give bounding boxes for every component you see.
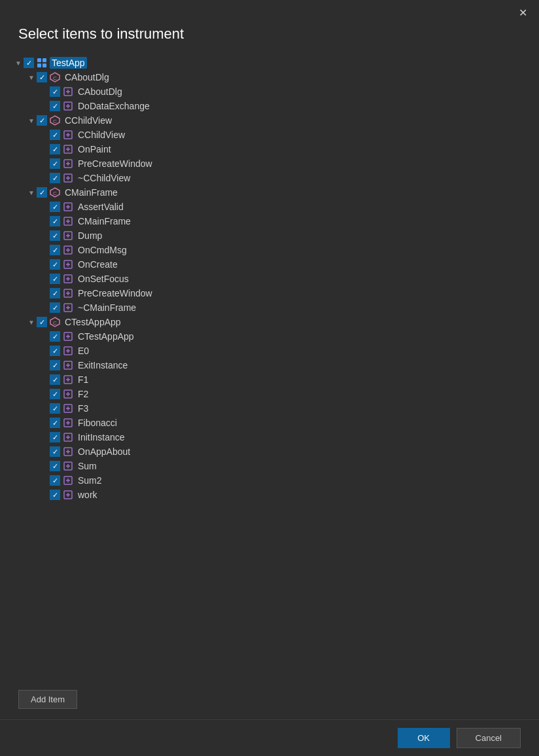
- tree-item-onsetfocus[interactable]: ▼ OnSetFocus: [13, 272, 538, 286]
- label-exitinstance: ExitInstance: [76, 359, 130, 371]
- label-precreatewindow-cmain: PreCreateWindow: [76, 287, 154, 299]
- tree-item-precreatewindow-cchild[interactable]: ▼ PreCreateWindow: [13, 156, 538, 171]
- label-onappabout: OnAppAbout: [76, 446, 132, 458]
- checkbox-e0[interactable]: [50, 346, 60, 356]
- checkbox-work[interactable]: [50, 490, 60, 500]
- tree-item-precreatewindow-cmain[interactable]: ▼ PreCreateWindow: [13, 286, 538, 300]
- tree-item-f3[interactable]: ▼ F3: [13, 401, 538, 416]
- tree-item-oncreate[interactable]: ▼ OnCreate: [13, 257, 538, 272]
- checkbox-onappabout[interactable]: [50, 446, 60, 457]
- checkbox-oncmdmsg[interactable]: [50, 245, 60, 255]
- svg-rect-0: [37, 58, 41, 62]
- checkbox-cchildview[interactable]: [37, 115, 47, 126]
- tree-item-dtor-cmainframe[interactable]: ▼ ~CMainFrame: [13, 300, 538, 315]
- label-dodataexchange: DoDataExchange: [76, 100, 152, 112]
- expander-caboutdlg[interactable]: ▼: [26, 74, 37, 81]
- tree-item-fibonacci[interactable]: ▼ Fibonacci: [13, 416, 538, 430]
- checkbox-precreatewindow-cmain[interactable]: [50, 288, 60, 298]
- checkbox-fibonacci[interactable]: [50, 418, 60, 428]
- tree-item-cchildview-ctor[interactable]: ▼ CChildView: [13, 128, 538, 142]
- method-icon-precreatewindow-cmain: [63, 288, 73, 298]
- checkbox-ctestappapp-ctor[interactable]: [50, 331, 60, 342]
- tree-item-dtor-cchildview[interactable]: ▼ ~CChildView: [13, 171, 538, 185]
- add-item-button[interactable]: Add Item: [18, 690, 77, 709]
- label-sum2: Sum2: [76, 475, 104, 486]
- label-precreatewindow-cchild: PreCreateWindow: [76, 158, 154, 170]
- method-icon-sum: [63, 461, 73, 471]
- class-icon-caboutdlg: C: [50, 72, 60, 82]
- label-cmainframe-ctor: CMainFrame: [76, 215, 133, 227]
- checkbox-onsetfocus[interactable]: [50, 274, 60, 284]
- checkbox-exitinstance[interactable]: [50, 360, 60, 370]
- tree-item-onpaint[interactable]: ▼ OnPaint: [13, 142, 538, 156]
- method-icon-dodataexchange: [63, 101, 73, 111]
- checkbox-dtor-cmainframe[interactable]: [50, 302, 60, 313]
- expander-ctestappapp[interactable]: ▼: [26, 319, 37, 326]
- checkbox-cchildview-ctor[interactable]: [50, 130, 60, 140]
- tree-item-cmainframe-ctor[interactable]: ▼ CMainFrame: [13, 214, 538, 228]
- checkbox-onpaint[interactable]: [50, 144, 60, 154]
- tree-item-e0[interactable]: ▼ E0: [13, 344, 538, 358]
- dialog-title: Select items to instrument: [0, 26, 539, 53]
- checkbox-ctestappapp[interactable]: [37, 317, 47, 327]
- tree-item-cchildview[interactable]: ▼ C CChildView: [13, 113, 538, 128]
- method-icon-f1: [63, 374, 73, 385]
- tree-item-exitinstance[interactable]: ▼ ExitInstance: [13, 358, 538, 372]
- tree-item-ctestappapp-ctor[interactable]: ▼ CTestAppApp: [13, 329, 538, 344]
- tree-item-dodataexchange[interactable]: ▼ DoDataExchange: [13, 99, 538, 113]
- checkbox-caboutdlg[interactable]: [37, 72, 47, 82]
- tree-item-sum2[interactable]: ▼ Sum2: [13, 473, 538, 488]
- svg-rect-3: [43, 63, 46, 67]
- tree-item-onappabout[interactable]: ▼ OnAppAbout: [13, 444, 538, 459]
- checkbox-initinstance[interactable]: [50, 432, 60, 442]
- checkbox-sum2[interactable]: [50, 475, 60, 486]
- label-dtor-cchildview: ~CChildView: [76, 172, 132, 184]
- checkbox-testapp[interactable]: [24, 58, 34, 68]
- checkbox-precreatewindow-cchild[interactable]: [50, 158, 60, 169]
- checkbox-f2[interactable]: [50, 389, 60, 399]
- tree-item-f2[interactable]: ▼ F2: [13, 387, 538, 401]
- tree-item-oncmdmsg[interactable]: ▼ OnCmdMsg: [13, 243, 538, 257]
- label-ctestappapp-ctor: CTestAppApp: [76, 331, 136, 342]
- checkbox-assertvalid[interactable]: [50, 202, 60, 212]
- checkbox-f3[interactable]: [50, 403, 60, 414]
- tree-item-dump[interactable]: ▼ Dump: [13, 228, 538, 243]
- add-item-area: Add Item: [0, 679, 539, 719]
- label-cchildview: CChildView: [63, 115, 114, 126]
- checkbox-cmainframe[interactable]: [37, 187, 47, 198]
- tree-item-initinstance[interactable]: ▼ InitInstance: [13, 430, 538, 444]
- expander-cmainframe[interactable]: ▼: [26, 189, 37, 196]
- tree-item-cmainframe[interactable]: ▼ C CMainFrame: [13, 185, 538, 200]
- tree-item-sum[interactable]: ▼ Sum: [13, 459, 538, 473]
- tree-item-caboutdlg-ctor[interactable]: ▼ CAboutDlg: [13, 84, 538, 99]
- checkbox-dodataexchange[interactable]: [50, 101, 60, 111]
- method-icon-fibonacci: [63, 418, 73, 428]
- method-icon-caboutdlg-ctor: [63, 86, 73, 97]
- checkbox-oncreate[interactable]: [50, 259, 60, 270]
- checkbox-cmainframe-ctor[interactable]: [50, 216, 60, 226]
- tree-item-assertvalid[interactable]: ▼ AssertValid: [13, 200, 538, 214]
- method-icon-oncmdmsg: [63, 245, 73, 255]
- close-button[interactable]: ✕: [515, 5, 531, 20]
- tree-container[interactable]: ▼ TestApp ▼ C CAboutDlg ▼ CAboutDlg: [0, 53, 538, 679]
- tree-item-f1[interactable]: ▼ F1: [13, 372, 538, 387]
- checkbox-dtor-cchildview[interactable]: [50, 173, 60, 183]
- ok-button[interactable]: OK: [398, 728, 450, 748]
- expander-cchildview[interactable]: ▼: [26, 117, 37, 124]
- tree-item-work[interactable]: ▼ work: [13, 488, 538, 502]
- method-icon-onsetfocus: [63, 274, 73, 284]
- checkbox-dump[interactable]: [50, 230, 60, 241]
- tree-item-caboutdlg[interactable]: ▼ C CAboutDlg: [13, 70, 538, 84]
- tree-item-ctestappapp[interactable]: ▼ C CTestAppApp: [13, 315, 538, 329]
- label-f2: F2: [76, 388, 90, 400]
- checkbox-f1[interactable]: [50, 374, 60, 385]
- label-fibonacci: Fibonacci: [76, 417, 119, 429]
- cancel-button[interactable]: Cancel: [457, 728, 521, 748]
- tree-item-testapp[interactable]: ▼ TestApp: [13, 56, 538, 70]
- label-initinstance: InitInstance: [76, 431, 127, 443]
- expander-testapp[interactable]: ▼: [13, 60, 24, 67]
- label-assertvalid: AssertValid: [76, 201, 126, 213]
- checkbox-caboutdlg-ctor[interactable]: [50, 86, 60, 97]
- label-dump: Dump: [76, 230, 104, 242]
- checkbox-sum[interactable]: [50, 461, 60, 471]
